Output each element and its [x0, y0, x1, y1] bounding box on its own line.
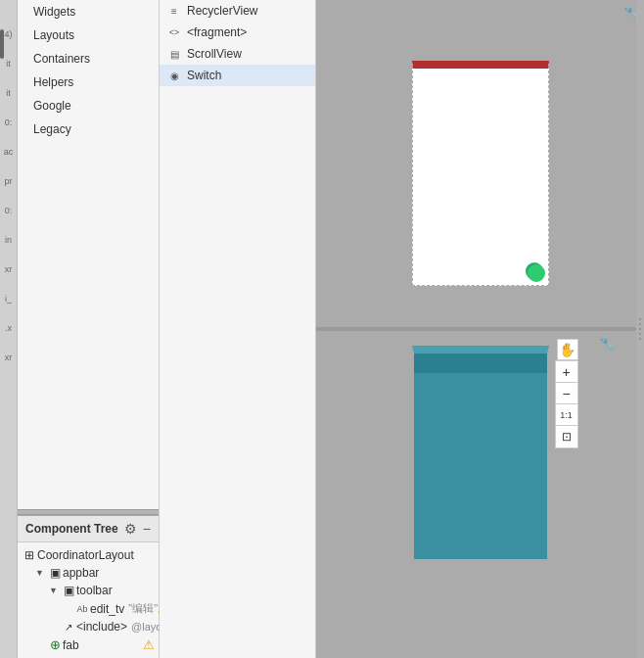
line-num: xr [5, 264, 13, 274]
tree-node-coordinator[interactable]: ⊞ CoordinatorLayout [18, 546, 159, 564]
line-num: xr [5, 352, 13, 362]
component-tree-title: Component Tree [25, 522, 118, 536]
component-tree-actions: ⚙ − [124, 521, 151, 537]
tree-minus-icon[interactable]: − [143, 521, 151, 537]
device-top-bar [414, 353, 547, 373]
tree-gear-icon[interactable]: ⚙ [124, 521, 137, 537]
fragment-icon: <> [167, 25, 181, 39]
right-edge-divider [636, 0, 644, 658]
line-num: 0: [5, 118, 13, 127]
component-tree-section: Component Tree ⚙ − ⊞ CoordinatorLayout ▼… [18, 515, 159, 658]
toolbar-label: toolbar [76, 584, 113, 597]
add-button-top[interactable]: + [526, 262, 543, 280]
hand-button[interactable]: ✋ [557, 339, 578, 360]
category-legacy[interactable]: Legacy [18, 118, 159, 141]
device-frame-top: + [412, 61, 549, 286]
palette-item-recyclerview[interactable]: ≡ RecyclerView [160, 0, 315, 22]
recyclerview-label: RecyclerView [187, 4, 257, 18]
line-num: .x [5, 323, 12, 333]
coordinator-icon: ⊞ [22, 549, 37, 561]
tree-node-fab[interactable]: ⊕ fab ⚠ [18, 635, 159, 654]
left-edge-numbers: 4) it it 0: ac pr 0: in xr i_ .x xr [0, 0, 18, 658]
zoom-out-button[interactable]: − [556, 383, 577, 404]
toolbar-icon: ▣ [61, 585, 76, 596]
appbar-label: appbar [63, 566, 99, 580]
category-helpers[interactable]: Helpers [18, 70, 159, 94]
zoom-ratio-button[interactable]: 1:1 [556, 404, 577, 426]
line-num: it [6, 59, 11, 69]
tree-node-include[interactable]: ↗ <include> @layout/content_main [18, 618, 159, 635]
line-num: it [6, 88, 11, 98]
toolbar-arrow: ▼ [49, 586, 61, 595]
line-num: pr [4, 176, 12, 186]
palette-item-fragment[interactable]: <> <fragment> [160, 22, 315, 43]
line-num: i_ [5, 294, 12, 304]
edit-tv-label: edit_tv [90, 602, 124, 616]
preview-top-area: 🔧 + [316, 0, 644, 327]
coordinator-label: CoordinatorLayout [37, 548, 134, 562]
component-tree-header: Component Tree ⚙ − [18, 516, 159, 542]
fab-warning: ⚠ [143, 637, 155, 652]
preview-panel: 🔧 + 🔧 ✋ + − 1:1 ⊡ [316, 0, 644, 658]
wrench-icon-bottom[interactable]: 🔧 [599, 336, 615, 351]
device-frame-bottom [412, 346, 549, 561]
tree-node-toolbar[interactable]: ▼ ▣ toolbar [18, 582, 159, 599]
switch-icon: ◉ [167, 69, 181, 82]
device-wrapper-bottom: ✋ + − 1:1 ⊡ [412, 331, 549, 561]
line-num: ac [4, 147, 14, 157]
category-layouts[interactable]: Layouts [18, 24, 159, 47]
line-num: in [5, 235, 12, 245]
category-widgets[interactable]: Widgets [18, 0, 159, 24]
appbar-arrow: ▼ [35, 568, 47, 578]
tree-node-appbar[interactable]: ▼ ▣ appbar [18, 564, 159, 582]
category-list: Widgets Layouts Containers Helpers Googl… [18, 0, 159, 509]
scrollview-label: ScrollView [187, 47, 242, 61]
fab-icon: ⊕ [47, 639, 63, 651]
appbar-icon: ▣ [47, 567, 63, 579]
tree-node-edit-tv[interactable]: Ab edit_tv "编辑" ⚠ [18, 599, 159, 618]
textview-icon: Ab [74, 603, 90, 615]
palette-item-switch[interactable]: ◉ Switch [160, 65, 315, 86]
include-label: <include> [76, 620, 127, 634]
scroll-handle[interactable] [0, 29, 4, 59]
line-num: 0: [5, 206, 13, 215]
palette-items-panel: ≡ RecyclerView <> <fragment> ▤ ScrollVie… [160, 0, 316, 658]
fab-label: fab [63, 638, 79, 652]
screenshot-button[interactable]: ⊡ [556, 426, 577, 447]
recyclerview-icon: ≡ [167, 4, 181, 18]
zoom-controls: + − 1:1 ⊡ [555, 360, 578, 448]
edit-tv-hint: "编辑" [128, 601, 158, 616]
palette-item-scrollview[interactable]: ▤ ScrollView [160, 43, 315, 65]
preview-bottom-area: 🔧 ✋ + − 1:1 ⊡ [316, 331, 644, 658]
include-icon: ↗ [61, 621, 76, 633]
scrollview-icon: ▤ [167, 47, 181, 61]
fragment-label: <fragment> [187, 25, 247, 39]
palette-categories: Widgets Layouts Containers Helpers Googl… [18, 0, 160, 658]
category-containers[interactable]: Containers [18, 47, 159, 70]
tree-content: ⊞ CoordinatorLayout ▼ ▣ appbar ▼ ▣ toolb… [18, 542, 159, 658]
line-num: 4) [4, 29, 12, 39]
zoom-in-button[interactable]: + [556, 361, 577, 383]
hand-icon: ✋ [559, 342, 575, 357]
switch-label: Switch [187, 69, 221, 82]
category-google[interactable]: Google [18, 94, 159, 118]
